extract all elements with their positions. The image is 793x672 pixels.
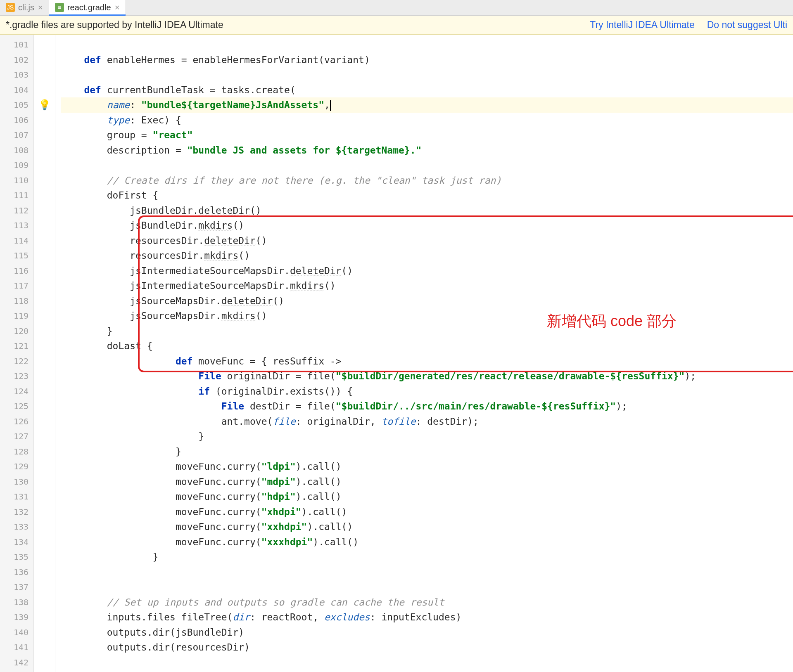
glyph-slot — [34, 128, 55, 143]
code-line[interactable] — [61, 67, 793, 83]
glyph-slot — [34, 640, 55, 655]
code-line[interactable]: moveFunc.curry("ldpi").call() — [61, 459, 793, 474]
code-line[interactable]: ant.move(file: originalDir, tofile: dest… — [61, 414, 793, 429]
code-line[interactable]: def currentBundleTask = tasks.create( — [61, 83, 793, 98]
glyph-slot — [34, 263, 55, 279]
code-line[interactable]: } — [61, 429, 793, 444]
line-number: 108 — [0, 143, 33, 158]
line-number: 110 — [0, 173, 33, 188]
code-line[interactable]: File destDir = file("$buildDir/../src/ma… — [61, 399, 793, 414]
code-line[interactable] — [61, 580, 793, 595]
line-number: 125 — [0, 399, 33, 414]
code-editor[interactable]: 1011021031041051061071081091101111121131… — [0, 35, 793, 672]
banner-text: *.gradle files are supported by IntelliJ… — [6, 19, 223, 31]
code-line[interactable] — [61, 655, 793, 670]
line-number: 127 — [0, 429, 33, 444]
glyph-slot — [34, 535, 55, 550]
code-line[interactable] — [61, 158, 793, 173]
glyph-slot — [34, 173, 55, 188]
glyph-slot — [34, 203, 55, 218]
line-number: 102 — [0, 52, 33, 68]
glyph-slot — [34, 83, 55, 98]
code-line[interactable]: description = "bundle JS and assets for … — [61, 143, 793, 158]
line-number: 141 — [0, 640, 33, 655]
code-line[interactable]: jsIntermediateSourceMapsDir.mkdirs() — [61, 278, 793, 293]
code-line[interactable]: File originalDir = file("$buildDir/gener… — [61, 369, 793, 384]
code-line[interactable]: jsBundleDir.deleteDir() — [61, 203, 793, 218]
glyph-slot: 💡 — [34, 97, 55, 113]
code-line[interactable]: outputs.dir(jsBundleDir) — [61, 625, 793, 640]
glyph-slot — [34, 489, 55, 504]
intention-bulb-icon[interactable]: 💡 — [38, 99, 51, 111]
code-line[interactable]: // Create dirs if they are not there (e.… — [61, 173, 793, 188]
code-line[interactable] — [61, 565, 793, 580]
code-line[interactable]: type: Exec) { — [61, 113, 793, 128]
code-line[interactable]: moveFunc.curry("mdpi").call() — [61, 474, 793, 490]
code-line[interactable]: if (originalDir.exists()) { — [61, 384, 793, 399]
line-number: 122 — [0, 354, 33, 369]
glyph-slot — [34, 233, 55, 248]
glyph-slot — [34, 655, 55, 670]
line-number: 138 — [0, 595, 33, 610]
line-number: 103 — [0, 67, 33, 83]
code-line[interactable]: resourcesDir.mkdirs() — [61, 248, 793, 263]
glyph-slot — [34, 278, 55, 293]
line-number: 114 — [0, 233, 33, 248]
code-line[interactable]: } — [61, 444, 793, 459]
code-line[interactable]: jsIntermediateSourceMapsDir.deleteDir() — [61, 263, 793, 279]
code-line[interactable]: resourcesDir.deleteDir() — [61, 233, 793, 248]
code-line[interactable]: inputs.files fileTree(dir: reactRoot, ex… — [61, 610, 793, 625]
line-number: 113 — [0, 218, 33, 233]
code-line[interactable]: jsSourceMapsDir.deleteDir() — [61, 293, 793, 309]
code-area[interactable]: def enableHermes = enableHermesForVarian… — [55, 35, 793, 672]
try-ultimate-link[interactable]: Try IntelliJ IDEA Ultimate — [590, 19, 694, 31]
code-line[interactable]: } — [61, 549, 793, 565]
code-line[interactable] — [61, 37, 793, 52]
tab-cli-js[interactable]: JS cli.js ✕ — [0, 0, 49, 15]
code-line[interactable]: moveFunc.curry("xxhdpi").call() — [61, 519, 793, 535]
notification-banner: *.gradle files are supported by IntelliJ… — [0, 16, 793, 35]
glyph-slot — [34, 248, 55, 263]
line-number: 139 — [0, 610, 33, 625]
code-line[interactable]: // Set up inputs and outputs so gradle c… — [61, 595, 793, 610]
line-number: 123 — [0, 369, 33, 384]
code-line[interactable]: moveFunc.curry("xxxhdpi").call() — [61, 535, 793, 550]
code-line[interactable]: jsSourceMapsDir.mkdirs() — [61, 308, 793, 324]
code-line[interactable]: name: "bundle${targetName}JsAndAssets", — [61, 97, 793, 113]
gradle-file-icon: ≡ — [55, 3, 64, 12]
dismiss-suggestion-link[interactable]: Do not suggest Ulti — [707, 19, 787, 31]
glyph-slot — [34, 324, 55, 339]
line-number: 128 — [0, 444, 33, 459]
line-number: 132 — [0, 504, 33, 520]
text-caret — [330, 100, 331, 111]
close-icon[interactable]: ✕ — [114, 4, 120, 12]
code-line[interactable]: moveFunc.curry("xhdpi").call() — [61, 504, 793, 520]
js-file-icon: JS — [6, 3, 15, 12]
line-number: 109 — [0, 158, 33, 173]
line-number-gutter: 1011021031041051061071081091101111121131… — [0, 35, 34, 672]
code-line[interactable]: moveFunc.curry("hdpi").call() — [61, 489, 793, 504]
line-number: 129 — [0, 459, 33, 474]
code-line[interactable]: def moveFunc = { resSuffix -> — [61, 354, 793, 369]
code-line[interactable]: jsBundleDir.mkdirs() — [61, 218, 793, 233]
code-line[interactable]: doLast { — [61, 338, 793, 354]
glyph-slot — [34, 565, 55, 580]
tab-bar: JS cli.js ✕ ≡ react.gradle ✕ — [0, 0, 793, 16]
glyph-slot — [34, 293, 55, 309]
code-line[interactable]: outputs.dir(resourcesDir) — [61, 640, 793, 655]
code-line[interactable]: group = "react" — [61, 128, 793, 143]
tab-react-gradle[interactable]: ≡ react.gradle ✕ — [49, 0, 126, 15]
code-line[interactable]: } — [61, 324, 793, 339]
glyph-slot — [34, 549, 55, 565]
glyph-slot — [34, 37, 55, 52]
line-number: 112 — [0, 203, 33, 218]
tab-label: cli.js — [18, 3, 34, 12]
code-line[interactable]: def enableHermes = enableHermesForVarian… — [61, 52, 793, 68]
line-number: 106 — [0, 113, 33, 128]
code-line[interactable]: doFirst { — [61, 188, 793, 203]
close-icon[interactable]: ✕ — [38, 4, 43, 12]
line-number: 140 — [0, 625, 33, 640]
glyph-slot — [34, 459, 55, 474]
glyph-slot — [34, 384, 55, 399]
glyph-slot — [34, 444, 55, 459]
